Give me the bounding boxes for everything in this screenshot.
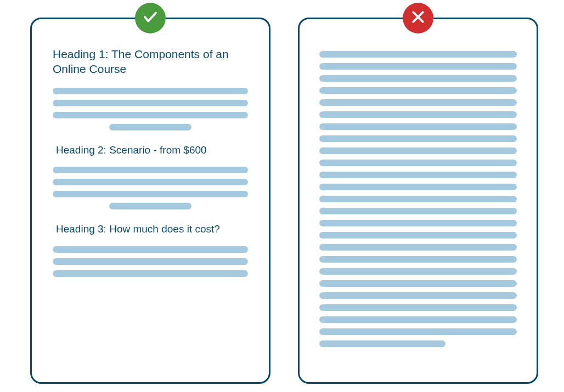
text-line xyxy=(53,258,248,265)
heading-2: Heading 2: Scenario - from $600 xyxy=(53,144,248,157)
text-line xyxy=(53,167,248,173)
good-example-panel: Heading 1: The Components of an Online C… xyxy=(30,18,270,384)
wall-of-text-placeholder xyxy=(319,51,517,347)
text-line xyxy=(53,179,248,185)
text-line xyxy=(319,280,517,287)
heading-3: Heading 3: How much does it cost? xyxy=(53,223,248,236)
text-line xyxy=(109,124,191,130)
bad-badge xyxy=(403,3,433,33)
text-line xyxy=(53,270,248,277)
text-line xyxy=(319,328,517,335)
text-line xyxy=(319,232,517,238)
text-line xyxy=(319,160,517,166)
text-line xyxy=(319,208,517,214)
text-line xyxy=(319,135,517,142)
text-line xyxy=(319,111,517,118)
text-line xyxy=(53,112,248,118)
heading-1: Heading 1: The Components of an Online C… xyxy=(53,47,248,77)
text-line xyxy=(53,246,248,253)
good-badge xyxy=(135,3,166,33)
paragraph-placeholder xyxy=(53,246,248,277)
text-line xyxy=(319,268,517,275)
text-line xyxy=(319,63,517,70)
text-line xyxy=(319,256,517,263)
text-line xyxy=(319,292,517,299)
text-line xyxy=(53,88,248,94)
text-line xyxy=(319,304,517,311)
text-line xyxy=(319,87,517,94)
text-line xyxy=(53,100,248,106)
paragraph-placeholder xyxy=(53,88,248,130)
text-line xyxy=(319,51,517,58)
text-line xyxy=(319,99,517,106)
text-line xyxy=(109,203,191,209)
cross-icon xyxy=(410,9,426,27)
paragraph-placeholder xyxy=(53,167,248,209)
text-line xyxy=(319,172,517,178)
text-line xyxy=(319,316,517,323)
check-icon xyxy=(142,9,159,27)
text-line xyxy=(319,196,517,202)
text-line xyxy=(319,184,517,190)
text-line xyxy=(319,147,517,154)
text-line xyxy=(319,340,445,347)
text-line xyxy=(319,123,517,130)
text-line xyxy=(53,191,248,197)
bad-example-panel xyxy=(298,18,538,384)
text-line xyxy=(319,244,517,251)
text-line xyxy=(319,220,517,226)
text-line xyxy=(319,75,517,82)
